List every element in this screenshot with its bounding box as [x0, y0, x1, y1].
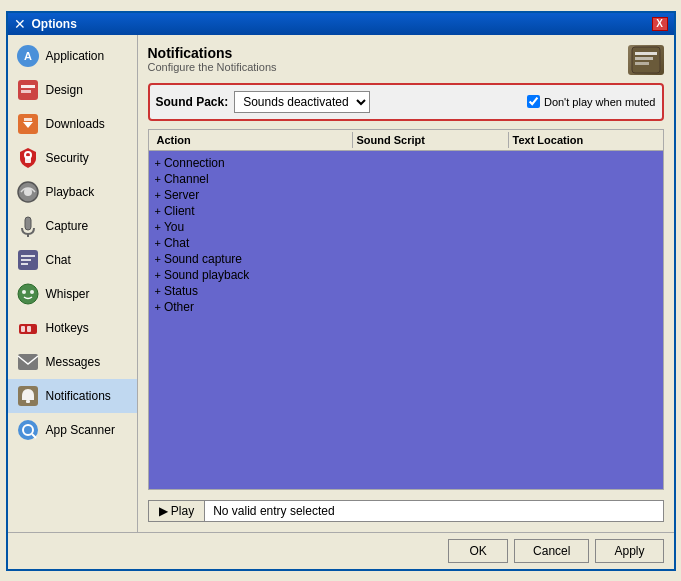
- col-sound-script: Sound Script: [353, 132, 509, 148]
- sidebar-item-security[interactable]: Security: [8, 141, 137, 175]
- expand-other[interactable]: +: [155, 301, 161, 313]
- messages-icon: [16, 350, 40, 374]
- hotkeys-icon: [16, 316, 40, 340]
- expand-sound-playback[interactable]: +: [155, 269, 161, 281]
- sidebar-label-capture: Capture: [46, 219, 89, 233]
- col-action: Action: [153, 132, 353, 148]
- svg-rect-33: [635, 62, 649, 65]
- window-title: Options: [32, 17, 77, 31]
- sidebar-item-whisper[interactable]: Whisper: [8, 277, 137, 311]
- sidebar-label-notifications: Notifications: [46, 389, 111, 403]
- list-item[interactable]: + Channel: [153, 171, 659, 187]
- svg-rect-13: [27, 234, 29, 237]
- dont-play-label: Don't play when muted: [544, 96, 656, 108]
- panel-header-icon: [628, 45, 664, 75]
- ok-button[interactable]: OK: [448, 539, 508, 563]
- svg-rect-4: [21, 90, 31, 93]
- chat-icon: [16, 248, 40, 272]
- tree-label-client: Client: [164, 204, 195, 218]
- application-icon: A: [16, 44, 40, 68]
- list-item[interactable]: + Status: [153, 283, 659, 299]
- svg-point-20: [30, 290, 34, 294]
- sidebar-item-downloads[interactable]: Downloads: [8, 107, 137, 141]
- expand-connection[interactable]: +: [155, 157, 161, 169]
- sidebar-label-chat: Chat: [46, 253, 71, 267]
- list-item[interactable]: + You: [153, 219, 659, 235]
- tree-label-you: You: [164, 220, 184, 234]
- tree-label-sound-playback: Sound playback: [164, 268, 249, 282]
- list-item[interactable]: + Sound playback: [153, 267, 659, 283]
- col-text-location: Text Location: [509, 132, 659, 148]
- sidebar-label-playback: Playback: [46, 185, 95, 199]
- appscanner-icon: [16, 418, 40, 442]
- svg-rect-7: [24, 118, 32, 121]
- expand-you[interactable]: +: [155, 221, 161, 233]
- sidebar-label-messages: Messages: [46, 355, 101, 369]
- options-window: ✕ Options X A Application: [6, 11, 676, 571]
- expand-sound-capture[interactable]: +: [155, 253, 161, 265]
- svg-rect-24: [18, 354, 38, 370]
- notifications-icon: [16, 384, 40, 408]
- list-item[interactable]: + Other: [153, 299, 659, 315]
- sidebar-label-whisper: Whisper: [46, 287, 90, 301]
- apply-button[interactable]: Apply: [595, 539, 663, 563]
- svg-text:A: A: [24, 50, 32, 62]
- sidebar-item-playback[interactable]: Playback: [8, 175, 137, 209]
- list-item[interactable]: + Client: [153, 203, 659, 219]
- svg-rect-22: [21, 326, 25, 332]
- svg-point-18: [18, 284, 38, 304]
- expand-status[interactable]: +: [155, 285, 161, 297]
- svg-rect-23: [27, 326, 31, 332]
- panel-header: Notifications Configure the Notification…: [148, 45, 664, 75]
- tree-label-other: Other: [164, 300, 194, 314]
- svg-rect-15: [21, 255, 35, 257]
- sound-pack-select[interactable]: Sounds deactivated: [234, 91, 370, 113]
- tree-table[interactable]: Action Sound Script Text Location + Conn…: [148, 129, 664, 490]
- svg-rect-32: [635, 57, 653, 60]
- dont-play-checkbox[interactable]: [527, 95, 540, 108]
- capture-icon: [16, 214, 40, 238]
- svg-rect-31: [635, 52, 657, 55]
- svg-rect-17: [21, 263, 28, 265]
- sidebar-item-appscanner[interactable]: App Scanner: [8, 413, 137, 447]
- expand-channel[interactable]: +: [155, 173, 161, 185]
- list-item[interactable]: + Server: [153, 187, 659, 203]
- play-button[interactable]: ▶ Play: [148, 500, 206, 522]
- whisper-icon: [16, 282, 40, 306]
- sidebar-label-design: Design: [46, 83, 83, 97]
- svg-rect-3: [21, 85, 35, 88]
- bottom-bar: OK Cancel Apply: [8, 532, 674, 569]
- titlebar: ✕ Options X: [8, 13, 674, 35]
- sidebar-label-security: Security: [46, 151, 89, 165]
- tree-label-sound-capture: Sound capture: [164, 252, 242, 266]
- play-status: No valid entry selected: [205, 500, 663, 522]
- main-panel: Notifications Configure the Notification…: [138, 35, 674, 532]
- expand-chat[interactable]: +: [155, 237, 161, 249]
- sidebar-label-downloads: Downloads: [46, 117, 105, 131]
- close-button[interactable]: X: [652, 17, 668, 31]
- sidebar-item-capture[interactable]: Capture: [8, 209, 137, 243]
- sidebar-label-application: Application: [46, 49, 105, 63]
- playback-icon: [16, 180, 40, 204]
- tree-label-chat: Chat: [164, 236, 189, 250]
- expand-client[interactable]: +: [155, 205, 161, 217]
- tree-header: Action Sound Script Text Location: [149, 130, 663, 151]
- sidebar-item-application[interactable]: A Application: [8, 39, 137, 73]
- sidebar-item-design[interactable]: Design: [8, 73, 137, 107]
- list-item[interactable]: + Chat: [153, 235, 659, 251]
- list-item[interactable]: + Connection: [153, 155, 659, 171]
- sound-pack-left: Sound Pack: Sounds deactivated: [156, 91, 371, 113]
- svg-point-19: [22, 290, 26, 294]
- sidebar-item-hotkeys[interactable]: Hotkeys: [8, 311, 137, 345]
- expand-server[interactable]: +: [155, 189, 161, 201]
- sidebar-label-hotkeys: Hotkeys: [46, 321, 89, 335]
- sidebar-item-notifications[interactable]: Notifications: [8, 379, 137, 413]
- security-icon: [16, 146, 40, 170]
- tree-label-status: Status: [164, 284, 198, 298]
- sidebar-item-chat[interactable]: Chat: [8, 243, 137, 277]
- design-icon: [16, 78, 40, 102]
- list-item[interactable]: + Sound capture: [153, 251, 659, 267]
- sidebar-item-messages[interactable]: Messages: [8, 345, 137, 379]
- cancel-button[interactable]: Cancel: [514, 539, 589, 563]
- svg-rect-16: [21, 259, 31, 261]
